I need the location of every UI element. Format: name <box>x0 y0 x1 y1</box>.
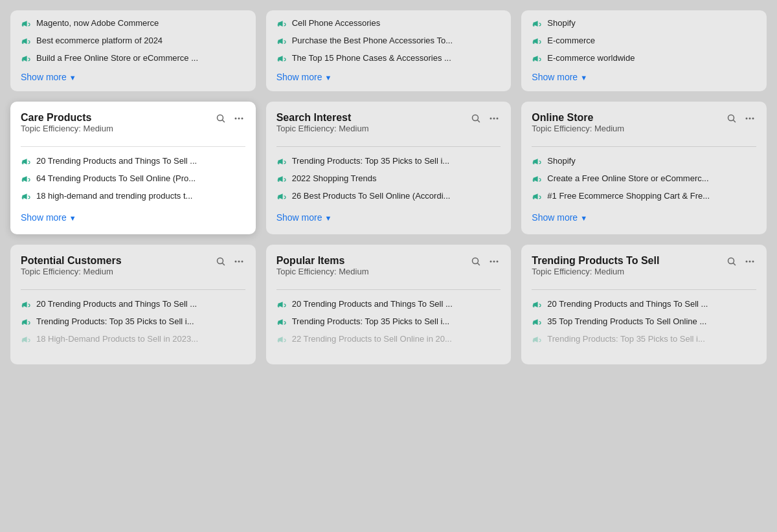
list-item: Trending Products: Top 35 Picks to Sell … <box>21 316 245 327</box>
show-more-button[interactable]: Show more▼ <box>21 71 76 83</box>
search-button[interactable] <box>214 255 227 268</box>
show-more-label: Show more <box>532 72 578 82</box>
list-item: 18 High-Demand Products to Sell in 2023.… <box>21 334 245 345</box>
more-options-icon[interactable] <box>489 256 499 267</box>
list-item: E-commerce <box>532 36 756 47</box>
item-text: Shopify <box>547 18 575 28</box>
item-text: Best ecommerce platform of 2024 <box>36 36 163 45</box>
megaphone-icon <box>276 192 287 202</box>
card-actions <box>469 112 501 125</box>
card-actions <box>214 112 245 125</box>
svg-point-27 <box>745 261 747 263</box>
card-subtitle: Topic Efficiency: Medium <box>532 267 659 276</box>
item-text: 2022 Shopping Trends <box>292 173 377 183</box>
more-options-button[interactable] <box>232 112 245 125</box>
more-options-button[interactable] <box>488 255 501 268</box>
search-button[interactable] <box>725 112 738 125</box>
search-button[interactable] <box>469 255 482 268</box>
item-text: Purchase the Best Phone Accessories To..… <box>292 36 453 45</box>
card-actions <box>725 112 756 125</box>
list-item: Build a Free Online Store or eCommerce .… <box>21 53 245 64</box>
chevron-down-icon: ▼ <box>69 74 76 82</box>
show-more-button[interactable]: Show more▼ <box>276 71 332 83</box>
more-options-icon[interactable] <box>745 113 755 124</box>
show-more-button[interactable]: Show more▼ <box>532 71 587 83</box>
show-more-button[interactable]: Show more▼ <box>276 211 332 224</box>
more-options-icon[interactable] <box>489 113 499 124</box>
card-title-group: Popular Items Topic Efficiency: Medium <box>276 255 369 284</box>
search-button[interactable] <box>214 112 227 125</box>
list-item: Cell Phone Accessories <box>276 18 501 29</box>
svg-line-21 <box>478 263 480 265</box>
svg-point-19 <box>241 261 243 263</box>
chevron-down-icon: ▼ <box>580 74 587 82</box>
divider <box>276 289 501 290</box>
list-item: 20 Trending Products and Things To Sell … <box>276 299 501 310</box>
show-more-button[interactable]: Show more▼ <box>21 211 76 224</box>
card-title-group: Potential Customers Topic Efficiency: Me… <box>21 255 122 284</box>
item-list: Magento, now Adobe Commerce Best ecommer… <box>21 18 245 64</box>
more-options-icon[interactable] <box>745 256 755 267</box>
search-icon[interactable] <box>726 256 737 267</box>
more-options-button[interactable] <box>488 112 501 125</box>
list-item: 26 Best Products To Sell Online (Accordi… <box>276 191 501 202</box>
show-more-label: Show more <box>276 72 322 82</box>
more-options-button[interactable] <box>232 255 245 268</box>
list-item: Trending Products: Top 35 Picks to Sell … <box>532 334 756 345</box>
megaphone-icon <box>21 157 31 167</box>
search-icon[interactable] <box>726 113 737 124</box>
card-header: Care Products Topic Efficiency: Medium <box>21 112 245 141</box>
list-item: #1 Free Ecommerce Shopping Cart & Fre... <box>532 191 756 202</box>
card-header: Online Store Topic Efficiency: Medium <box>532 112 756 141</box>
search-icon[interactable] <box>216 256 226 267</box>
list-item: The Top 15 Phone Cases & Accessories ... <box>276 53 501 64</box>
megaphone-icon <box>276 36 287 47</box>
svg-line-1 <box>222 120 224 122</box>
item-text: 20 Trending Products and Things To Sell … <box>36 156 197 166</box>
item-text: 64 Trending Products To Sell Online (Pro… <box>36 173 196 183</box>
show-more-button[interactable]: Show more▼ <box>532 211 587 224</box>
more-options-icon[interactable] <box>234 113 244 124</box>
list-item: 18 high-demand and trending products t..… <box>21 191 245 202</box>
chevron-down-icon: ▼ <box>69 214 76 222</box>
search-icon[interactable] <box>471 113 481 124</box>
item-list: 20 Trending Products and Things To Sell … <box>532 299 756 345</box>
more-options-icon[interactable] <box>234 256 244 267</box>
search-button[interactable] <box>725 255 738 268</box>
megaphone-icon <box>21 300 31 310</box>
megaphone-icon <box>532 174 542 184</box>
more-options-button[interactable] <box>743 255 756 268</box>
item-text: 35 Top Trending Products To Sell Online … <box>547 316 706 326</box>
list-item: 2022 Shopping Trends <box>276 173 501 184</box>
card-potential-customers: Potential Customers Topic Efficiency: Me… <box>10 245 256 364</box>
item-text: 20 Trending Products and Things To Sell … <box>292 299 453 309</box>
card-header: Search Interest Topic Efficiency: Medium <box>276 112 501 141</box>
search-button[interactable] <box>469 112 482 125</box>
card-title: Trending Products To Sell <box>532 255 659 267</box>
megaphone-icon <box>276 317 287 327</box>
megaphone-icon <box>21 335 31 345</box>
item-text: Cell Phone Accessories <box>292 18 381 28</box>
item-text: E-commerce <box>547 36 595 45</box>
megaphone-icon <box>21 317 31 327</box>
megaphone-icon <box>532 192 542 202</box>
more-options-button[interactable] <box>743 112 756 125</box>
card-subtitle: Topic Efficiency: Medium <box>21 267 122 276</box>
item-list: Shopify E-commerce E-commerce worldwide <box>532 18 756 64</box>
cards-grid: Magento, now Adobe Commerce Best ecommer… <box>10 10 767 364</box>
card-subtitle: Topic Efficiency: Medium <box>276 267 369 276</box>
list-item: 64 Trending Products To Sell Online (Pro… <box>21 173 245 184</box>
search-icon[interactable] <box>216 113 226 124</box>
item-text: 20 Trending Products and Things To Sell … <box>36 299 197 309</box>
list-item: Best ecommerce platform of 2024 <box>21 36 245 47</box>
item-text: The Top 15 Phone Cases & Accessories ... <box>292 53 451 63</box>
card-popular-items: Popular Items Topic Efficiency: Medium 2… <box>266 245 512 364</box>
svg-point-3 <box>238 118 240 120</box>
megaphone-icon <box>532 335 542 345</box>
svg-point-22 <box>490 261 492 263</box>
search-icon[interactable] <box>471 256 481 267</box>
svg-point-14 <box>752 118 754 120</box>
card-search-interest: Search Interest Topic Efficiency: Medium… <box>266 102 512 234</box>
card-actions <box>469 255 501 268</box>
svg-point-2 <box>234 118 236 120</box>
